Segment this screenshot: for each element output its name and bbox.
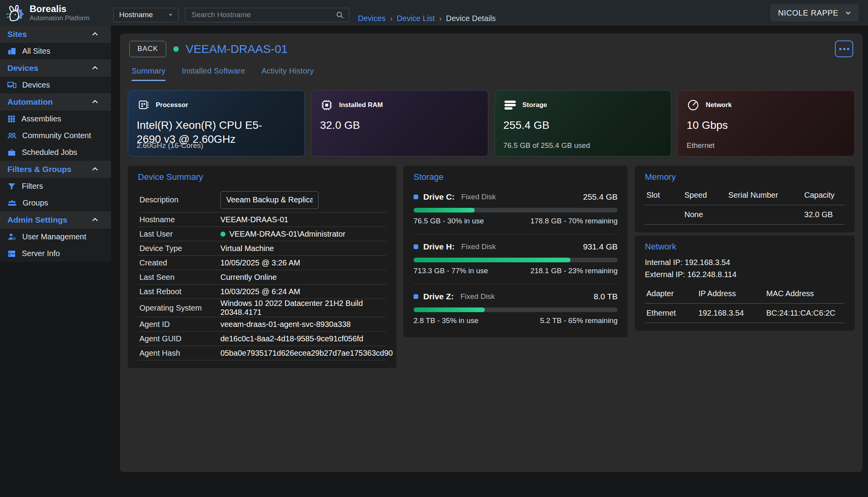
column-header: Serial Number xyxy=(727,186,803,205)
sidebar-item-community-content[interactable]: Community Content xyxy=(0,127,111,144)
grid-icon xyxy=(7,114,16,123)
sidebar-item-devices[interactable]: Devices xyxy=(0,77,111,93)
sidebar-section-automation[interactable]: Automation xyxy=(0,93,111,111)
table-row: Device Type Virtual Machine xyxy=(138,241,386,256)
search-input[interactable] xyxy=(191,10,335,19)
device-summary-table: Description Hostname VEEAM-DRAAS-01 Last… xyxy=(138,188,386,360)
sidebar-item-label: Devices xyxy=(22,81,50,90)
card-label: Storage xyxy=(523,101,547,109)
row-label: Agent ID xyxy=(139,320,220,329)
sidebar-section-admin-settings[interactable]: Admin Settings xyxy=(0,211,111,228)
user-name: NICOLE RAPPE xyxy=(778,9,838,18)
groups-icon xyxy=(7,198,17,208)
sidebar-section-label: Devices xyxy=(7,63,38,73)
devices-icon xyxy=(7,80,17,90)
buildings-icon xyxy=(7,46,17,56)
chevron-up-icon xyxy=(91,98,99,106)
back-button[interactable]: BACK xyxy=(129,41,166,57)
sidebar-section-filters-groups[interactable]: Filters & Groups xyxy=(0,161,111,178)
table-row: Last Seen Currently Online xyxy=(138,270,386,285)
sidebar-section-devices[interactable]: Devices xyxy=(0,60,111,77)
user-menu[interactable]: NICOLE RAPPE xyxy=(770,4,859,21)
table-row: Last User VEEAM-DRAAS-01\Administrator xyxy=(138,227,386,241)
sidebar-item-server-info[interactable]: Server Info xyxy=(0,245,111,262)
ram-value: 32.0 GB xyxy=(320,118,467,132)
sidebar-item-label: Scheduled Jobs xyxy=(22,148,77,157)
drive-bullet-icon xyxy=(414,294,418,299)
tab-installed-software[interactable]: Installed Software xyxy=(182,67,245,81)
memory-table: Slot Speed Serial Number Capacity None xyxy=(645,186,845,225)
drive-used-label: 713.3 GB - 77% in use xyxy=(414,267,488,275)
column-header: Slot xyxy=(645,186,683,205)
search-icon[interactable] xyxy=(335,11,344,19)
row-label: Last Seen xyxy=(139,273,220,282)
online-status-dot xyxy=(173,46,179,52)
installed-ram-card: Installed RAM 32.0 GB xyxy=(311,90,488,156)
adapter-name: Ethernet xyxy=(645,304,697,323)
drive-name: Drive Z: xyxy=(423,292,454,301)
row-label: Device Type xyxy=(139,244,220,253)
sidebar-section-label: Sites xyxy=(7,30,27,39)
device-summary-title: Device Summary xyxy=(138,172,386,182)
sidebar-item-label: All Sites xyxy=(22,47,50,56)
brand[interactable]: Borealis Automation Platform xyxy=(0,3,111,23)
breadcrumb-separator: › xyxy=(439,14,442,23)
sidebar-item-groups[interactable]: Groups xyxy=(0,195,111,211)
row-label: Agent GUID xyxy=(139,334,220,343)
tab-activity-history[interactable]: Activity History xyxy=(262,67,314,81)
sidebar-section-sites[interactable]: Sites xyxy=(0,26,111,43)
sidebar-item-all-sites[interactable]: All Sites xyxy=(0,43,111,60)
column-header: Adapter xyxy=(645,285,697,304)
network-table: Adapter IP Address MAC Address Ethernet … xyxy=(645,285,845,323)
sidebar-item-label: Groups xyxy=(23,198,48,207)
breadcrumb-devices[interactable]: Devices xyxy=(358,14,386,23)
drive-type: Fixed Disk xyxy=(461,242,496,251)
sidebar-item-filters[interactable]: Filters xyxy=(0,178,111,195)
main-content: BACK VEEAM-DRAAS-01 Summary Installed So… xyxy=(111,26,868,497)
sidebar-item-label: Server Info xyxy=(22,249,60,258)
stat-cards: Processor Intel(R) Xeon(R) CPU E5-2690 v… xyxy=(128,90,855,156)
filter-icon xyxy=(7,182,16,191)
column-header: Speed xyxy=(683,186,727,205)
borealis-logo xyxy=(5,3,25,23)
sidebar-item-user-management[interactable]: User Management xyxy=(0,228,111,245)
search-field-select[interactable]: Hostname xyxy=(113,8,179,22)
row-value: 05ba0e7935171d626ecea29b27d7ae175363cd90 xyxy=(220,349,393,358)
description-input[interactable] xyxy=(220,191,319,209)
drive-name: Drive H: xyxy=(423,242,455,251)
table-row: Agent Hash 05ba0e7935171d626ecea29b27d7a… xyxy=(138,346,386,360)
network-panel-title: Network xyxy=(645,242,845,252)
drive-usage-bar xyxy=(414,208,618,212)
external-ip: External IP: 162.248.8.114 xyxy=(645,269,845,281)
breadcrumb-device-list[interactable]: Device List xyxy=(397,14,435,23)
row-value: VEEAM-DRAAS-01 xyxy=(220,215,289,224)
page-header: BACK VEEAM-DRAAS-01 xyxy=(128,40,855,57)
drive-usage-bar xyxy=(414,258,618,262)
row-label: Description xyxy=(139,195,220,204)
people-icon xyxy=(7,131,17,140)
chevron-up-icon xyxy=(91,30,99,39)
table-row: Description xyxy=(138,188,386,212)
storage-card: Storage 255.4 GB 76.5 GB of 255.4 GB use… xyxy=(495,90,672,156)
storage-panel: Storage Drive C: Fixed Disk 255.4 GB xyxy=(403,166,628,337)
sidebar-item-assemblies[interactable]: Assemblies xyxy=(0,111,111,127)
chevron-down-icon xyxy=(844,9,852,17)
column-header: Capacity xyxy=(803,186,845,205)
ram-chip-icon xyxy=(320,98,333,112)
adapter-ip: 192.168.3.54 xyxy=(697,304,764,323)
table-row: None 32.0 GB xyxy=(645,205,845,225)
drive-size: 8.0 TB xyxy=(594,292,618,301)
storage-value: 255.4 GB xyxy=(504,118,650,132)
row-value: Virtual Machine xyxy=(220,244,274,253)
tab-summary[interactable]: Summary xyxy=(132,67,166,81)
caret-down-icon xyxy=(167,11,174,19)
drive-remaining-label: 5.2 TB - 65% remaining xyxy=(540,316,618,325)
drive-usage-bar xyxy=(414,307,618,312)
chevron-up-icon xyxy=(91,64,99,72)
more-options-button[interactable] xyxy=(835,40,853,57)
row-label: Last User xyxy=(139,230,220,239)
row-value: VEEAM-DRAAS-01\Administrator xyxy=(229,230,345,239)
network-sub: Ethernet xyxy=(687,141,715,150)
sidebar-section-label: Admin Settings xyxy=(7,215,67,225)
sidebar-item-scheduled-jobs[interactable]: Scheduled Jobs xyxy=(0,144,111,161)
